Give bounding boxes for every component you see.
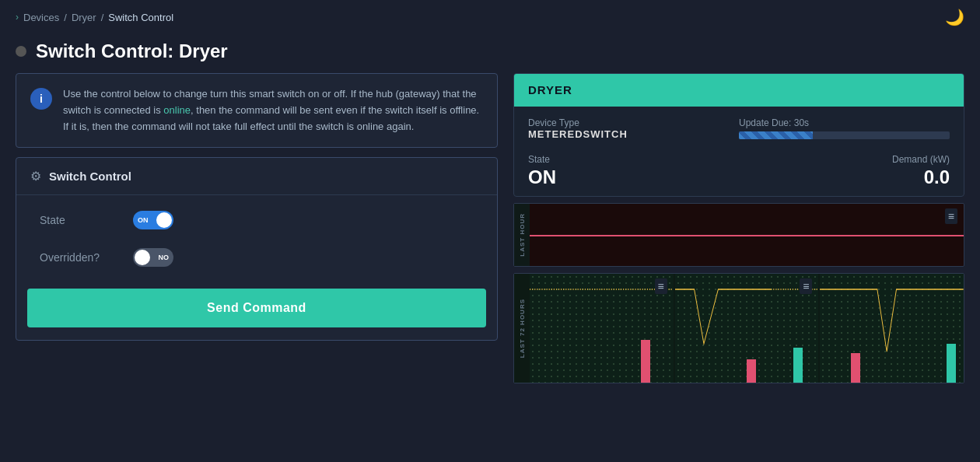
yellow-line-2 <box>675 274 819 383</box>
update-progress-bar <box>739 131 950 139</box>
last-72-label: LAST 72 HOURS <box>514 274 530 383</box>
page-title: Switch Control: Dryer <box>36 40 228 62</box>
state-toggle-thumb <box>156 212 172 228</box>
charts-section: LAST HOUR ≡ LAST 72 HOURS ≡ <box>513 203 964 383</box>
moon-icon: 🌙 <box>945 8 964 26</box>
overridden-toggle-track[interactable]: NO <box>133 248 173 267</box>
breadcrumb-devices[interactable]: Devices <box>23 12 59 23</box>
state-toggle-label: ON <box>138 216 149 224</box>
breadcrumb-sep1: / <box>64 12 67 23</box>
info-icon: i <box>30 88 52 110</box>
state-label-device: State <box>528 154 556 165</box>
device-state-row: State ON Demand (kW) 0.0 <box>514 151 964 196</box>
sub-chart-2-menu[interactable]: ≡ <box>800 278 812 294</box>
state-col: State ON <box>528 154 556 188</box>
device-type-value: METEREDSWITCH <box>528 128 739 140</box>
control-header: ⚙ Switch Control <box>16 158 497 195</box>
device-card-title: DRYER <box>528 83 572 96</box>
sub-chart-3 <box>820 274 964 383</box>
state-toggle[interactable]: ON <box>133 211 173 229</box>
breadcrumb-dryer[interactable]: Dryer <box>72 12 96 23</box>
last-72-chart: LAST 72 HOURS ≡ ≡ <box>513 273 964 383</box>
last-hour-chart: LAST HOUR ≡ <box>513 203 964 267</box>
demand-value: 0.0 <box>924 166 950 188</box>
info-text: Use the control below to change turn thi… <box>63 86 483 135</box>
control-body: State ON Overridden? NO <box>16 195 497 282</box>
state-label: State <box>40 214 117 226</box>
control-panel-title: Switch Control <box>49 170 131 183</box>
overridden-toggle-thumb <box>135 250 150 265</box>
demand-label: Demand (kW) <box>892 154 950 165</box>
yellow-line-3 <box>820 274 964 383</box>
overridden-label: Overridden? <box>40 251 117 264</box>
breadcrumb: › Devices / Dryer / Switch Control <box>16 12 173 23</box>
gear-icon: ⚙ <box>30 169 41 184</box>
sub-chart-1: ≡ <box>530 274 674 383</box>
page-header: Switch Control: Dryer <box>0 34 980 73</box>
send-command-button[interactable]: Send Command <box>27 289 486 327</box>
state-row: State ON <box>40 211 474 229</box>
state-toggle-track[interactable]: ON <box>133 211 173 229</box>
overridden-toggle-label: NO <box>159 254 170 261</box>
update-due-label: Update Due: 30s <box>739 117 950 128</box>
state-value: ON <box>528 166 556 188</box>
sub-chart-2: ≡ <box>675 274 819 383</box>
last-hour-chart-inner: ≡ <box>530 204 964 266</box>
last-hour-menu-icon[interactable]: ≡ <box>945 208 957 224</box>
top-bar: › Devices / Dryer / Switch Control 🌙 <box>0 0 980 34</box>
device-card-header: DRYER <box>514 74 964 107</box>
yellow-line-1 <box>530 274 674 383</box>
device-info-grid: Device Type METEREDSWITCH Update Due: 30… <box>514 107 964 151</box>
overridden-row: Overridden? NO <box>40 248 474 267</box>
device-type-label: Device Type <box>528 117 739 128</box>
device-card: DRYER Device Type METEREDSWITCH Update D… <box>513 73 964 197</box>
breadcrumb-sep2: / <box>101 12 104 23</box>
update-due-col: Update Due: 30s <box>739 117 950 140</box>
info-box: i Use the control below to change turn t… <box>16 73 498 148</box>
update-progress-fill <box>739 131 813 139</box>
left-panel: i Use the control below to change turn t… <box>16 73 498 383</box>
sub-chart-1-menu[interactable]: ≡ <box>655 278 667 294</box>
status-dot <box>16 46 26 57</box>
online-highlight: online <box>163 104 191 116</box>
last-hour-label: LAST HOUR <box>514 204 530 266</box>
main-content: i Use the control below to change turn t… <box>0 73 980 383</box>
last-72-chart-inner: ≡ ≡ <box>530 274 964 383</box>
device-type-col: Device Type METEREDSWITCH <box>528 117 739 140</box>
breadcrumb-current: Switch Control <box>108 12 173 23</box>
demand-col: Demand (kW) 0.0 <box>892 154 950 188</box>
breadcrumb-chevron: › <box>16 12 19 23</box>
right-panel: DRYER Device Type METEREDSWITCH Update D… <box>513 73 964 383</box>
control-panel: ⚙ Switch Control State ON Overridd <box>16 157 498 341</box>
overridden-toggle[interactable]: NO <box>133 248 173 267</box>
last-hour-line <box>530 235 964 236</box>
